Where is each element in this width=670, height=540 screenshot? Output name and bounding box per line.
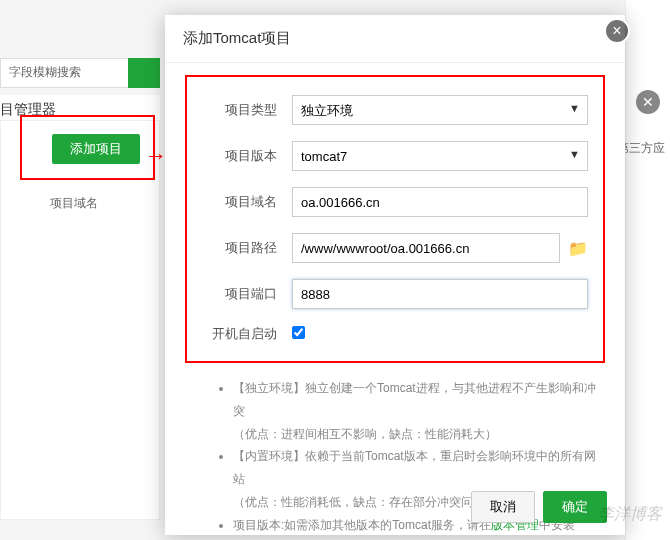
panel-bg — [0, 120, 160, 520]
label-path: 项目路径 — [202, 239, 277, 257]
project-path-input[interactable] — [292, 233, 560, 263]
cancel-button[interactable]: 取消 — [471, 491, 535, 523]
note-item: 【独立环境】独立创建一个Tomcat进程，与其他进程不产生影响和冲突（优点：进程… — [233, 377, 605, 445]
search-input-bg: 字段模糊搜索 — [0, 58, 145, 88]
add-tomcat-modal: × 添加Tomcat项目 项目类型 独立环境 ▼ 项目版本 tomcat7 ▼ … — [165, 15, 625, 535]
label-domain: 项目域名 — [202, 193, 277, 211]
project-version-select[interactable]: tomcat7 — [292, 141, 588, 171]
autostart-checkbox[interactable] — [292, 326, 305, 339]
label-type: 项目类型 — [202, 101, 277, 119]
project-port-input[interactable] — [292, 279, 588, 309]
label-version: 项目版本 — [202, 147, 277, 165]
project-type-select[interactable]: 独立环境 — [292, 95, 588, 125]
right-close-icon[interactable]: ✕ — [636, 90, 660, 114]
arrow-icon: → — [145, 143, 167, 169]
modal-close-button[interactable]: × — [604, 18, 630, 44]
project-domain-input[interactable] — [292, 187, 588, 217]
modal-title: 添加Tomcat项目 — [165, 15, 625, 63]
column-header-domain: 项目域名 — [50, 195, 98, 212]
confirm-button[interactable]: 确定 — [543, 491, 607, 523]
folder-icon[interactable]: 📁 — [568, 239, 588, 258]
right-panel — [625, 0, 670, 540]
highlight-box-form: 项目类型 独立环境 ▼ 项目版本 tomcat7 ▼ 项目域名 项目路径 — [185, 75, 605, 363]
label-autostart: 开机自启动 — [202, 325, 277, 343]
search-button-bg — [128, 58, 160, 88]
add-project-button[interactable]: 添加项目 — [52, 134, 140, 164]
label-port: 项目端口 — [202, 285, 277, 303]
